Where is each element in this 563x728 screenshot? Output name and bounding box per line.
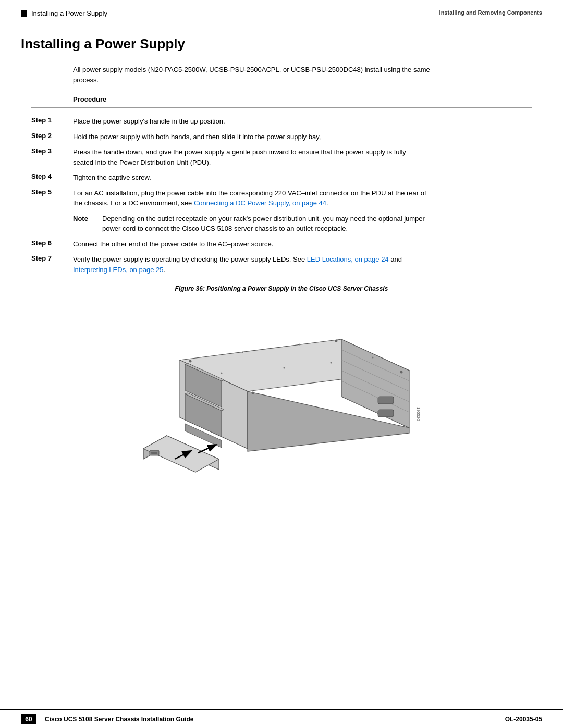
step-5-link1[interactable]: Connecting a DC Power Supply, on page 44 [194, 199, 326, 207]
header-left-label: Installing a Power Supply [31, 9, 107, 17]
svg-point-17 [400, 371, 403, 374]
step-5-label: Step 5 [31, 188, 73, 196]
figure-area: 195520 [99, 298, 464, 475]
note-content: Depending on the outlet receptacle on yo… [102, 214, 427, 234]
page-title: Installing a Power Supply [21, 36, 532, 52]
svg-point-22 [221, 373, 223, 374]
step-5-content: For an AC installation, plug the power c… [73, 188, 427, 234]
footer-left: 60 Cisco UCS 5108 Server Chassis Install… [21, 714, 193, 724]
step-3-row: Step 3 Press the handle down, and give t… [31, 147, 532, 167]
step-2-row: Step 2 Hold the power supply with both h… [31, 132, 532, 142]
step-6-row: Step 6 Connect the other end of the powe… [31, 239, 532, 250]
step-1-label: Step 1 [31, 116, 73, 124]
figure-caption: Figure 36: Positioning a Power Supply in… [31, 285, 532, 292]
procedure-heading: Procedure [73, 95, 532, 103]
footer-doc-title: Cisco UCS 5108 Server Chassis Installati… [45, 715, 193, 723]
svg-point-19 [242, 352, 243, 353]
svg-point-20 [299, 344, 301, 346]
footer-page-number: 60 [21, 714, 36, 724]
header-right-label: Installing and Removing Components [439, 9, 542, 16]
header-left: Installing a Power Supply [21, 9, 107, 17]
svg-rect-13 [378, 397, 394, 404]
figure-id: 195520 [416, 407, 421, 421]
step-5-main-text: For an AC installation, plug the power c… [73, 188, 427, 208]
step-4-label: Step 4 [31, 172, 73, 180]
step-4-content: Tighten the captive screw. [73, 172, 427, 183]
svg-point-21 [331, 362, 332, 364]
step-7-row: Step 7 Verify the power supply is operat… [31, 254, 532, 275]
step-7-link2[interactable]: Interpreting LEDs, on page 25 [73, 266, 163, 274]
footer-doc-number: OL-20035-05 [505, 715, 542, 723]
header-black-square [21, 10, 27, 17]
intro-text: All power supply models (N20-PAC5-2500W,… [73, 65, 448, 85]
svg-point-24 [372, 357, 374, 359]
note-label: Note [73, 214, 102, 234]
step-4-row: Step 4 Tighten the captive screw. [31, 172, 532, 183]
step-6-content: Connect the other end of the power cable… [73, 239, 427, 250]
step-5-note: Note Depending on the outlet receptacle … [73, 214, 427, 234]
page-header: Installing a Power Supply Installing and… [0, 0, 563, 20]
svg-point-15 [189, 360, 192, 363]
step-6-label: Step 6 [31, 239, 73, 247]
svg-point-18 [252, 392, 254, 394]
svg-line-30 [198, 445, 215, 453]
main-content: Installing a Power Supply All power supp… [0, 20, 563, 709]
procedure-divider [31, 107, 532, 108]
step-3-content: Press the handle down, and give the powe… [73, 147, 427, 167]
steps-container: Step 1 Place the power supply's handle i… [31, 116, 532, 275]
step-7-label: Step 7 [31, 254, 73, 262]
step-1-row: Step 1 Place the power supply's handle i… [31, 116, 532, 127]
svg-point-23 [284, 367, 285, 369]
step-7-link1[interactable]: LED Locations, on page 24 [307, 255, 389, 263]
page-container: Installing a Power Supply Installing and… [0, 0, 563, 728]
step-5-row: Step 5 For an AC installation, plug the … [31, 188, 532, 234]
step-3-label: Step 3 [31, 147, 73, 155]
step-7-content: Verify the power supply is operating by … [73, 254, 427, 275]
step-2-content: Hold the power supply with both hands, a… [73, 132, 427, 142]
svg-rect-29 [151, 452, 157, 454]
step-2-label: Step 2 [31, 132, 73, 140]
svg-point-16 [335, 340, 338, 342]
step-1-content: Place the power supply's handle in the u… [73, 116, 427, 127]
svg-rect-14 [378, 410, 394, 417]
server-chassis-diagram: 195520 [138, 298, 425, 475]
page-footer: 60 Cisco UCS 5108 Server Chassis Install… [0, 709, 563, 728]
